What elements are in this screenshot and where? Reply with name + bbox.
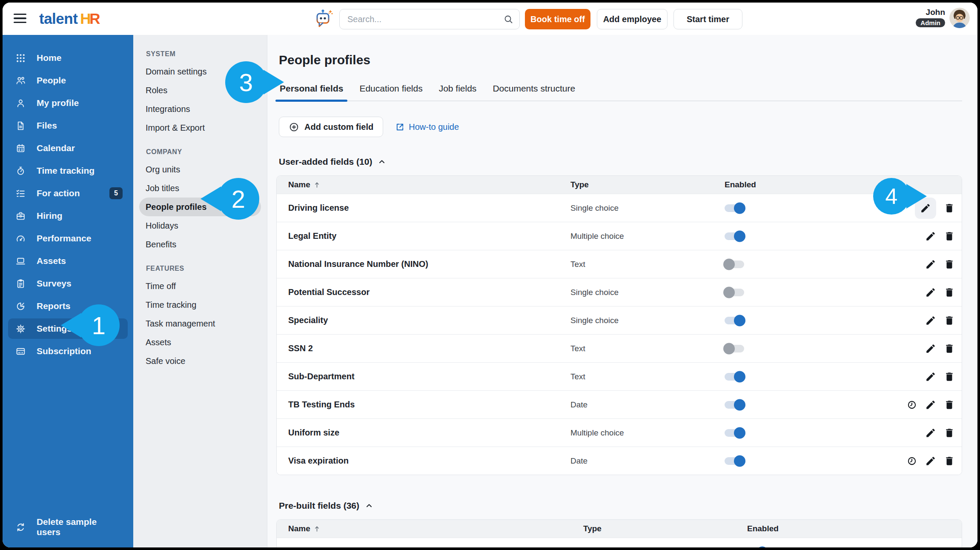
row-actions xyxy=(925,287,962,298)
sidebar-item-label: Surveys xyxy=(37,278,72,289)
app-logo[interactable]: talentHR xyxy=(39,10,100,27)
trash-icon xyxy=(944,343,955,354)
menu-icon[interactable] xyxy=(14,13,26,24)
pencil-icon xyxy=(944,547,955,548)
main-content: People profiles Personal fieldsEducation… xyxy=(267,35,977,547)
subnav-item-benefits[interactable]: Benefits xyxy=(139,235,261,254)
reminder-button[interactable] xyxy=(906,399,917,410)
sidebar-item-hiring[interactable]: Hiring xyxy=(8,206,128,226)
avatar[interactable] xyxy=(949,8,970,28)
tab-documents-structure[interactable]: Documents structure xyxy=(492,80,576,100)
reminder-button[interactable] xyxy=(906,455,917,467)
subnav-item-safe-voice[interactable]: Safe voice xyxy=(139,352,261,370)
subnav-item-time-off[interactable]: Time off xyxy=(139,277,261,295)
sidebar-item-calendar[interactable]: Calendar xyxy=(8,138,128,158)
edit-button[interactable] xyxy=(925,371,936,382)
field-name: Visa expiration xyxy=(288,456,570,466)
edit-button[interactable] xyxy=(925,343,936,354)
table-row: SpecialitySingle choice xyxy=(277,306,962,334)
add-custom-field-button[interactable]: Add custom field xyxy=(279,117,383,137)
field-type: Multiple choice xyxy=(570,428,725,438)
edit-button[interactable] xyxy=(925,455,936,467)
sidebar-item-files[interactable]: Files xyxy=(8,115,128,136)
subnav-item-import-export[interactable]: Import & Export xyxy=(139,118,261,137)
edit-button[interactable] xyxy=(925,259,936,270)
delete-sample-users-button[interactable]: Delete sample users xyxy=(8,517,128,537)
enabled-toggle[interactable] xyxy=(725,317,744,324)
edit-button[interactable] xyxy=(925,399,936,410)
field-name: SSN 2 xyxy=(288,344,570,353)
sidebar-item-time-tracking[interactable]: Time tracking xyxy=(8,160,128,181)
sidebar-item-surveys[interactable]: Surveys xyxy=(8,273,128,294)
delete-button[interactable] xyxy=(944,427,955,438)
enabled-toggle[interactable] xyxy=(725,204,744,212)
table-row: Visa expirationDate xyxy=(277,447,962,475)
pencil-icon xyxy=(925,371,936,382)
enabled-toggle[interactable] xyxy=(725,232,744,240)
delete-button[interactable] xyxy=(944,371,955,382)
column-header-enabled: Enabled xyxy=(747,524,866,533)
subnav-item-task-management[interactable]: Task management xyxy=(139,314,261,333)
field-name: National Insurance Number (NINO) xyxy=(288,259,570,269)
sidebar-item-my-profile[interactable]: My profile xyxy=(8,93,128,113)
delete-button[interactable] xyxy=(944,343,955,354)
enabled-toggle[interactable] xyxy=(725,401,744,409)
search-input[interactable] xyxy=(340,14,503,24)
start-timer-button[interactable]: Start timer xyxy=(673,9,742,29)
search-box[interactable] xyxy=(339,9,520,29)
collapse-chevron-icon[interactable] xyxy=(377,157,387,166)
delete-button[interactable] xyxy=(944,315,955,326)
sidebar-item-label: Files xyxy=(37,120,57,131)
tab-job-fields[interactable]: Job fields xyxy=(438,80,478,100)
toggle-knob xyxy=(756,546,768,547)
sidebar-item-performance[interactable]: Performance xyxy=(8,228,128,249)
column-header-name: Name xyxy=(288,180,570,189)
trash-icon xyxy=(944,427,955,438)
trash-icon xyxy=(944,455,955,467)
delete-button[interactable] xyxy=(944,231,955,242)
enabled-toggle[interactable] xyxy=(725,373,744,381)
subnav-item-time-tracking[interactable]: Time tracking xyxy=(139,295,261,314)
table-header-row: NameTypeEnabled xyxy=(277,176,962,194)
delete-button[interactable] xyxy=(944,455,955,467)
prebuilt-fields-table: NameTypeEnabledAddressText xyxy=(276,519,962,547)
field-type: Text xyxy=(570,260,725,269)
delete-button[interactable] xyxy=(944,287,955,298)
edit-button[interactable] xyxy=(944,547,955,548)
edit-button[interactable] xyxy=(925,315,936,326)
subnav-item-assets[interactable]: Assets xyxy=(139,333,261,352)
table-row: Sub-DepartmentText xyxy=(277,362,962,390)
how-to-guide-link[interactable]: How-to guide xyxy=(395,122,459,132)
edit-button[interactable] xyxy=(925,231,936,242)
toggle-knob xyxy=(734,427,745,438)
clipboard-icon xyxy=(15,278,26,289)
assistant-robot-icon[interactable] xyxy=(313,8,335,30)
subnav-section-features: FEATURESTime offTime trackingTask manage… xyxy=(139,265,261,370)
sidebar-item-assets[interactable]: Assets xyxy=(8,251,128,271)
subnav-item-org-units[interactable]: Org units xyxy=(139,160,261,179)
enabled-toggle[interactable] xyxy=(725,429,744,437)
edit-button[interactable] xyxy=(925,287,936,298)
checklist-icon xyxy=(15,188,26,199)
book-time-off-button[interactable]: Book time off xyxy=(525,9,590,29)
sidebar-item-home[interactable]: Home xyxy=(8,48,128,68)
sidebar-item-people[interactable]: People xyxy=(8,70,128,91)
toggle-knob xyxy=(734,399,745,410)
enabled-toggle[interactable] xyxy=(725,457,744,465)
table-row: Legal EntityMultiple choice xyxy=(277,222,962,250)
edit-button[interactable] xyxy=(925,427,936,438)
add-employee-button[interactable]: Add employee xyxy=(597,9,668,29)
enabled-toggle[interactable] xyxy=(725,261,744,268)
tab-personal-fields[interactable]: Personal fields xyxy=(279,80,344,100)
collapse-chevron-icon[interactable] xyxy=(364,501,374,510)
subnav-section-title: FEATURES xyxy=(146,265,261,272)
delete-button[interactable] xyxy=(944,399,955,410)
search-icon[interactable] xyxy=(503,14,513,24)
sidebar-item-for-action[interactable]: For action5 xyxy=(8,183,128,203)
pencil-icon xyxy=(925,427,936,438)
tab-education-fields[interactable]: Education fields xyxy=(358,80,423,100)
enabled-toggle[interactable] xyxy=(725,289,744,296)
delete-button[interactable] xyxy=(944,203,955,214)
enabled-toggle[interactable] xyxy=(725,345,744,352)
delete-button[interactable] xyxy=(944,259,955,270)
